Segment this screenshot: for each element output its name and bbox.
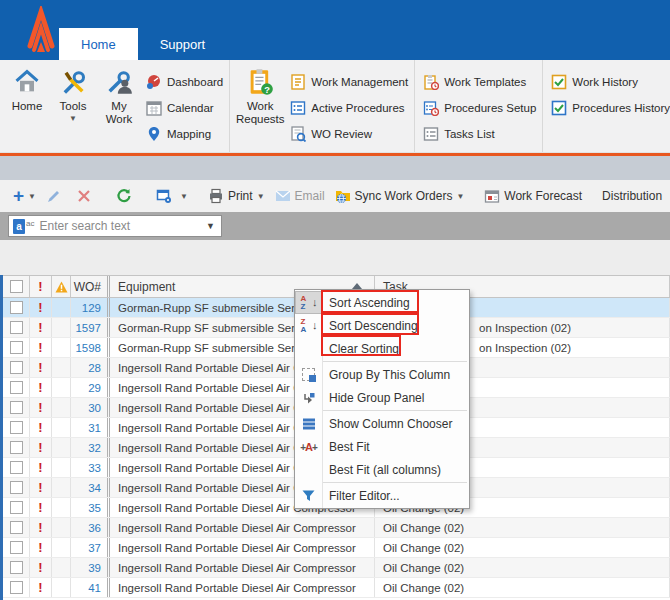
row-wo-number[interactable]: 30 (71, 398, 110, 417)
row-checkbox[interactable] (10, 421, 23, 434)
alert-column-header[interactable]: ! (30, 276, 52, 297)
sync-work-orders-button[interactable]: Sync Work Orders ▼ (330, 184, 470, 208)
add-button[interactable]: +▼ (8, 184, 41, 208)
row-checkbox-cell[interactable] (3, 438, 30, 457)
ribbon-small-column-2: Work Management Active Procedures (286, 64, 412, 147)
row-checkbox[interactable] (10, 381, 23, 394)
tasks-list-button[interactable]: Tasks List (419, 121, 540, 147)
row-checkbox-cell[interactable] (3, 318, 30, 337)
row-alert-cell: ! (30, 538, 52, 557)
select-all-checkbox-cell[interactable] (3, 276, 30, 297)
search-input[interactable]: a ac Enter search text ▼ (8, 215, 222, 237)
row-wo-number[interactable]: 1598 (71, 338, 110, 357)
row-wo-number[interactable]: 39 (71, 558, 110, 577)
row-checkbox-cell[interactable] (3, 458, 30, 477)
row-wo-number[interactable]: 35 (71, 498, 110, 517)
row-warning-cell (52, 338, 71, 357)
warning-column-header[interactable] (52, 276, 71, 297)
tools-button[interactable]: Tools ▼ (51, 64, 95, 148)
row-checkbox[interactable] (10, 441, 23, 454)
menu-item-best-fit-all-columns[interactable]: Best Fit (all columns) (295, 458, 469, 481)
row-checkbox-cell[interactable] (3, 398, 30, 417)
menu-item-group-by-this-column[interactable]: Group By This Column (295, 363, 469, 386)
wo-column-header[interactable]: WO# (71, 276, 110, 297)
work-order-row[interactable]: ! 36 Ingersoll Rand Portable Diesel Air … (3, 518, 670, 538)
email-icon (275, 188, 291, 204)
row-wo-number[interactable]: 29 (71, 378, 110, 397)
row-checkbox-cell[interactable] (3, 558, 30, 577)
delete-button[interactable] (71, 184, 101, 208)
row-checkbox[interactable] (10, 341, 23, 354)
tab-home[interactable]: Home (59, 28, 138, 60)
row-checkbox-cell[interactable] (3, 498, 30, 517)
row-checkbox-cell[interactable] (3, 538, 30, 557)
ribbon-small-column-1: Dashboard Calendar Mapping (142, 64, 227, 147)
menu-item-filter-editor[interactable]: Filter Editor... (295, 484, 469, 507)
row-checkbox[interactable] (10, 501, 23, 514)
calendar-button[interactable]: Calendar (142, 95, 227, 121)
procedures-history-button[interactable]: Procedures History (547, 95, 670, 121)
row-checkbox[interactable] (10, 401, 23, 414)
row-wo-number[interactable]: 1597 (71, 318, 110, 337)
row-checkbox-cell[interactable] (3, 358, 30, 377)
row-checkbox-cell[interactable] (3, 338, 30, 357)
work-history-button[interactable]: Work History (547, 69, 670, 95)
row-checkbox[interactable] (10, 521, 23, 534)
row-checkbox[interactable] (10, 301, 23, 314)
row-checkbox[interactable] (10, 561, 23, 574)
row-checkbox-cell[interactable] (3, 378, 30, 397)
print-button[interactable]: Print ▼ (203, 184, 270, 208)
refresh-button[interactable] (111, 184, 141, 208)
work-order-row[interactable]: ! 37 Ingersoll Rand Portable Diesel Air … (3, 538, 670, 558)
row-checkbox-cell[interactable] (3, 578, 30, 597)
row-wo-number[interactable]: 31 (71, 418, 110, 437)
row-checkbox[interactable] (10, 481, 23, 494)
tab-support[interactable]: Support (138, 28, 228, 60)
row-checkbox-cell[interactable] (3, 518, 30, 537)
view-settings-button[interactable]: ▼ (151, 184, 193, 208)
menu-item-hide-group-panel[interactable]: Hide Group Panel (295, 386, 469, 409)
mapping-button[interactable]: Mapping (142, 121, 227, 147)
row-checkbox-cell[interactable] (3, 478, 30, 497)
row-wo-number[interactable]: 37 (71, 538, 110, 557)
work-management-button[interactable]: Work Management (286, 69, 412, 95)
row-checkbox[interactable] (10, 361, 23, 374)
row-wo-number[interactable]: 28 (71, 358, 110, 377)
annotation-box-sort-descending (321, 313, 419, 335)
row-checkbox-cell[interactable] (3, 418, 30, 437)
select-all-checkbox[interactable] (10, 280, 23, 293)
wo-review-button[interactable]: WO Review (286, 121, 412, 147)
email-button[interactable]: Email (270, 184, 330, 208)
row-wo-number[interactable]: 41 (71, 578, 110, 597)
home-button[interactable]: Home (5, 64, 49, 148)
row-wo-number[interactable]: 36 (71, 518, 110, 537)
work-templates-button[interactable]: Work Templates (419, 69, 540, 95)
row-checkbox[interactable] (10, 581, 23, 594)
row-warning-cell (52, 578, 71, 597)
row-wo-number[interactable]: 32 (71, 438, 110, 457)
row-alert-cell: ! (30, 418, 52, 437)
row-checkbox[interactable] (10, 321, 23, 334)
work-order-row[interactable]: ! 39 Ingersoll Rand Portable Diesel Air … (3, 558, 670, 578)
search-dropdown-caret[interactable]: ▼ (206, 221, 215, 231)
edit-button[interactable] (41, 184, 71, 208)
row-checkbox-cell[interactable] (3, 298, 30, 317)
menu-item-show-column-chooser[interactable]: Show Column Chooser (295, 412, 469, 435)
menu-item-best-fit[interactable]: +A+ Best Fit (295, 435, 469, 458)
work-requests-button[interactable]: ? Work Requests (235, 64, 285, 148)
distribution-button[interactable]: Distribution (597, 184, 667, 208)
add-dropdown-caret: ▼ (28, 192, 36, 201)
procedures-setup-button[interactable]: Procedures Setup (419, 95, 540, 121)
group-panel-area (0, 240, 670, 275)
active-procedures-button[interactable]: Active Procedures (286, 95, 412, 121)
row-wo-number[interactable]: 33 (71, 458, 110, 477)
row-checkbox[interactable] (10, 461, 23, 474)
row-wo-number[interactable]: 34 (71, 478, 110, 497)
work-order-row[interactable]: ! 41 Ingersoll Rand Portable Diesel Air … (3, 578, 670, 598)
annotation-box-sort-ascending (321, 290, 419, 313)
row-wo-number[interactable]: 129 (71, 298, 110, 317)
my-work-button[interactable]: My Work (97, 64, 141, 148)
row-checkbox[interactable] (10, 541, 23, 554)
work-forecast-button[interactable]: Work Forecast (479, 184, 587, 208)
dashboard-button[interactable]: Dashboard (142, 69, 227, 95)
